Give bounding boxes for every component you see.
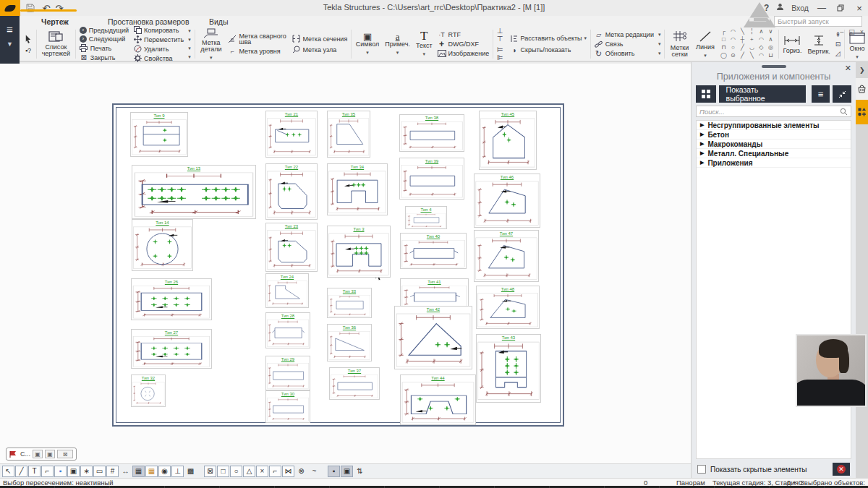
section-mark-button[interactable]: Метка сечения (292, 35, 347, 43)
detail-panel-13[interactable]: Тип 4 (405, 206, 447, 229)
panel-drag-handle[interactable] (762, 65, 786, 68)
list-view-button[interactable]: ≡ (812, 85, 830, 103)
detail-panel-5[interactable]: Тип 13 (132, 165, 256, 219)
component-search[interactable] (696, 106, 851, 117)
show-hidden-checkbox[interactable] (697, 465, 706, 474)
expand-arrow-icon[interactable]: ▶ (700, 132, 704, 137)
tab-dimensioning[interactable]: Простановка размеров (105, 17, 192, 27)
flag-icon[interactable] (9, 450, 18, 458)
chevron-right-icon[interactable]: ❯ (859, 67, 865, 74)
hide-show-button[interactable]: ◑Скрыть/показать (510, 46, 587, 54)
tab-drawing[interactable]: Чертеж (38, 17, 72, 27)
dim-angle-icon[interactable]: ◿ (835, 50, 841, 57)
caret-icon[interactable]: ▾ (188, 37, 191, 43)
detail-panel-3[interactable]: Тип 38 (399, 114, 464, 152)
ribbon-restore-icon[interactable]: ◱ (848, 28, 855, 35)
zoom-snap-icon[interactable]: ◉ (158, 466, 171, 477)
caret-icon[interactable]: ▾ (658, 51, 661, 56)
snap-flash-icon[interactable]: ∗ (80, 466, 93, 477)
detail-panel-27[interactable]: Тип 44 (400, 374, 476, 425)
collapse-panel-button[interactable] (833, 85, 851, 103)
horizontal-dim-button[interactable]: Гориз. (780, 27, 804, 61)
sketch-tool-icon[interactable]: ┼ (741, 36, 745, 44)
sketch-tool-icon[interactable]: ◯ (720, 52, 727, 60)
clear-filter-button[interactable]: ✕ (833, 463, 850, 476)
caret-icon[interactable]: ▾ (584, 35, 587, 41)
level-mark-button[interactable]: ⌐Метка уровня (228, 48, 287, 56)
align-bottom-icon[interactable]: ⊨ ⊫ (497, 46, 506, 61)
snap-rect-icon[interactable]: □ (217, 466, 229, 477)
link-button[interactable]: Связь (595, 40, 654, 48)
sketch-tool-icon[interactable]: ◠ (759, 36, 764, 44)
sketch-tool-icon[interactable]: ◠ (731, 36, 736, 44)
detail-panel-25[interactable]: Тип 29 (265, 356, 310, 390)
expand-arrow-icon[interactable]: ▶ (700, 150, 704, 156)
move-button[interactable]: Переместить (133, 35, 184, 43)
sketch-tool-icon[interactable]: ⊔ (768, 52, 773, 60)
symbol-button[interactable]: ▣ Символ ▾ (353, 27, 382, 61)
rtf-button[interactable]: ·TRTF (438, 31, 490, 39)
plug-snap-icon[interactable]: ⊥ (171, 466, 184, 477)
sketch-tool-icon[interactable]: ⊙ (731, 52, 736, 60)
grid-snap-icon[interactable]: ▦ (132, 466, 145, 477)
dim-box-icon[interactable]: ⊡ (835, 40, 841, 48)
caret-icon[interactable]: ▾ (658, 32, 661, 38)
sketch-tool-icon[interactable]: ╲ (741, 28, 744, 36)
copy-button[interactable]: Копировать (133, 26, 184, 34)
detail-panel-7[interactable]: Тип 34 (327, 163, 388, 215)
sketch-tool-icon[interactable]: ⊓ (721, 44, 726, 52)
detail-panel-20[interactable]: Тип 48 (476, 286, 540, 329)
detail-panel-12[interactable]: Тип 3 (327, 226, 391, 278)
snap-midpoint-icon[interactable]: ⋈ (282, 466, 294, 477)
detail-panel-4[interactable]: Тип 45 (479, 111, 537, 170)
components-catalog-tab[interactable] (856, 100, 868, 124)
thumbnails-view-button[interactable] (696, 85, 716, 103)
view-window-icon[interactable]: ▭ (93, 466, 106, 477)
caret-icon[interactable]: ▾ (704, 52, 707, 59)
detail-panel-15[interactable]: Тип 47 (474, 230, 539, 282)
detail-panel-17[interactable]: Тип 24 (265, 273, 309, 308)
detail-panel-29[interactable]: Тип 32 (131, 374, 166, 407)
hatch-icon[interactable]: ▩ (184, 466, 197, 477)
sketch-tool-icon[interactable]: ◡ (749, 44, 754, 52)
drawing-list-button[interactable]: Список чертежей (38, 27, 75, 61)
detail-panel-26[interactable]: Тип 37 (329, 367, 380, 400)
revision-mark-button[interactable]: ▱Метка редакции (595, 31, 654, 39)
menu-icon[interactable]: ≡ (7, 26, 13, 33)
snap-cross-icon[interactable]: × (256, 466, 268, 477)
sketch-tool-icon[interactable]: ◠ (731, 28, 736, 36)
part-tool-icon[interactable]: ▣ (67, 466, 80, 477)
sketch-tool-icon[interactable]: ∧ (768, 36, 773, 44)
tab-views[interactable]: Виды (206, 17, 231, 27)
tree-item-4[interactable]: ▶Приложения (697, 158, 851, 168)
tree-item-1[interactable]: ▶Бетон (697, 130, 851, 140)
chevron-down-icon[interactable]: ▼ (7, 40, 13, 48)
line-tool-icon[interactable]: ╱ (15, 466, 27, 477)
drawing-canvas[interactable]: Тип 9 Тип 21 Тип 35 Тип 38 Тип 45 Тип 13… (0, 64, 691, 463)
snap-triangle-icon[interactable]: △ (243, 466, 255, 477)
sketch-tool-icon[interactable]: □ (722, 36, 726, 44)
detail-panel-6[interactable]: Тип 22 (265, 163, 318, 220)
detail-panel-21[interactable]: Тип 27 (131, 329, 212, 369)
sketch-tool-icon[interactable]: ∧ (759, 28, 763, 36)
select-arrow-icon[interactable] (24, 33, 33, 45)
detail-panel-9[interactable]: Тип 46 (474, 174, 540, 228)
sketch-tool-icon[interactable]: ╱ (741, 44, 744, 52)
detail-panel-23[interactable]: Тип 36 (327, 324, 372, 361)
caret-icon[interactable]: ▾ (188, 54, 191, 60)
swap-icon[interactable]: ⇅ (354, 466, 366, 477)
caret-icon[interactable]: ▾ (188, 28, 191, 34)
mini-close-icon[interactable]: ⊠ (57, 450, 73, 458)
window-button[interactable]: Окно ▾ (846, 32, 868, 61)
caret-icon[interactable]: ▾ (422, 51, 425, 57)
minimize-button[interactable]: — (816, 3, 827, 13)
weld-tool-icon[interactable]: ⌐ (41, 466, 54, 477)
detail-panel-22[interactable]: Тип 28 (265, 312, 310, 348)
caret-icon[interactable]: ▾ (856, 53, 859, 60)
snap-perp-icon[interactable]: ⌐ (269, 466, 281, 477)
prev-drawing-button[interactable]: ‹Предыдущий (80, 27, 129, 34)
quick-launch-input[interactable] (775, 17, 868, 25)
node-mark-button[interactable]: Метка узла (292, 46, 347, 53)
detail-panel-30[interactable]: Тип 30 (265, 390, 310, 423)
expand-arrow-icon[interactable]: ▶ (700, 122, 704, 128)
